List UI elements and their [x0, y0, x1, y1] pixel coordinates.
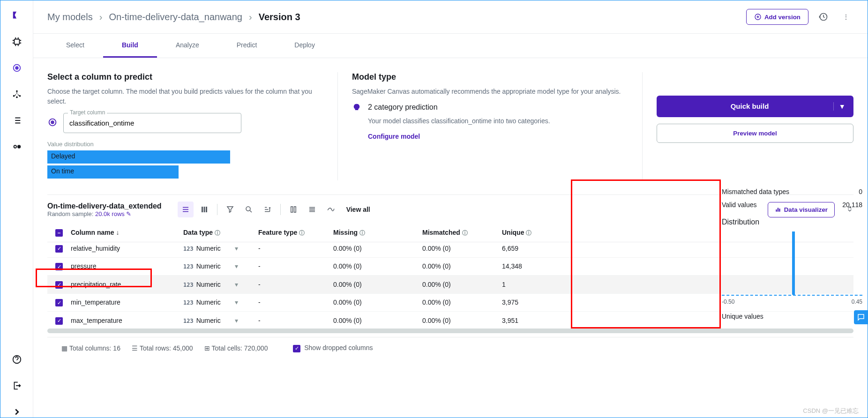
plus-circle-icon	[754, 13, 762, 21]
svg-point-4	[13, 95, 15, 97]
footer: ▦Total columns: 16 ☰Total rows: 45,000 ⊞…	[47, 337, 853, 359]
sidebar	[0, 0, 33, 418]
column-name: relative_humidity	[71, 245, 183, 252]
chevron-right-icon[interactable]	[11, 406, 22, 418]
history-icon[interactable]	[816, 9, 831, 24]
tab-build[interactable]: Build	[103, 34, 157, 58]
column-name: max_temperature	[71, 317, 183, 324]
divider	[642, 72, 643, 180]
add-version-button[interactable]: Add version	[746, 9, 808, 25]
tabs: Select Build Analyze Predict Deploy	[33, 34, 868, 58]
dots-icon[interactable]	[11, 141, 22, 152]
columns-icon: ▦	[61, 344, 67, 352]
tab-deploy[interactable]: Deploy	[276, 34, 334, 58]
sample-value[interactable]: 20.0k rows	[95, 210, 125, 217]
tab-analyze[interactable]: Analyze	[157, 34, 218, 58]
svg-point-7	[14, 145, 16, 148]
filter-icon[interactable]	[222, 202, 238, 217]
chevron-right-icon: ›	[99, 12, 103, 22]
search-icon[interactable]	[241, 202, 257, 217]
caret-down-icon[interactable]: ▾	[235, 262, 238, 270]
sample-label: Random sample:	[47, 210, 93, 217]
value-dist-label: Value distribution	[47, 141, 323, 148]
action-panel: Quick build ▾ Preview model	[657, 72, 853, 180]
show-dropped-checkbox[interactable]	[293, 345, 300, 352]
svg-point-17	[246, 207, 250, 211]
info-icon[interactable]: ⓘ	[215, 230, 220, 236]
distribution-title: Distribution	[722, 218, 862, 226]
menu-icon[interactable]: ⋮	[838, 9, 853, 24]
logo-icon[interactable]	[11, 10, 22, 21]
row-checkbox[interactable]	[55, 299, 63, 306]
grid-view-icon[interactable]	[196, 202, 212, 217]
model-type-panel: Model type SageMaker Canvas automaticall…	[352, 72, 628, 180]
info-icon[interactable]: ⓘ	[462, 230, 468, 236]
chip-icon[interactable]	[11, 36, 22, 47]
distribution-chart	[722, 230, 862, 296]
svg-rect-18	[291, 207, 292, 212]
target-icon[interactable]	[11, 62, 22, 74]
tab-select[interactable]: Select	[47, 34, 103, 58]
cells-icon: ⊞	[204, 344, 210, 352]
caret-down-icon[interactable]: ▾	[235, 245, 238, 252]
target-column-input[interactable]	[63, 113, 241, 133]
predict-title: Select a column to predict	[47, 72, 323, 82]
svg-point-5	[19, 95, 21, 97]
svg-point-13	[52, 122, 53, 123]
preview-model-button[interactable]: Preview model	[657, 124, 853, 143]
divider	[337, 72, 338, 180]
sort-icon[interactable]	[260, 202, 276, 217]
horizontal-scrollbar[interactable]	[47, 328, 853, 333]
breadcrumb-version: Version 3	[259, 12, 300, 22]
columns-icon[interactable]	[285, 202, 301, 217]
svg-point-3	[16, 90, 18, 92]
graph-icon[interactable]	[11, 89, 22, 100]
dist-bar-delayed: Delayed	[47, 150, 230, 164]
row-checkbox[interactable]	[55, 245, 63, 253]
rows-icon: ☰	[132, 344, 138, 352]
header: My models › On-time-delivery-data_nanwan…	[33, 0, 868, 34]
chevron-right-icon: ›	[249, 12, 252, 22]
caret-down-icon[interactable]: ▾	[235, 281, 238, 288]
row-checkbox[interactable]	[55, 281, 63, 289]
help-icon[interactable]	[11, 354, 22, 365]
breadcrumb-root[interactable]: My models	[47, 12, 93, 22]
list-icon[interactable]	[11, 115, 22, 126]
breadcrumb-model[interactable]: On-time-delivery-data_nanwang	[109, 12, 242, 22]
column-name: pressure	[71, 262, 183, 270]
quick-build-button[interactable]: Quick build ▾	[657, 96, 853, 117]
logout-icon[interactable]	[11, 380, 22, 391]
dataset-name: On-time-delivery-data_extended	[47, 202, 162, 210]
chat-icon[interactable]	[854, 310, 868, 324]
svg-point-8	[17, 145, 20, 148]
list-view-icon[interactable]	[178, 202, 194, 217]
info-icon[interactable]: ⓘ	[526, 230, 531, 236]
row-checkbox[interactable]	[55, 317, 63, 325]
select-all-checkbox[interactable]	[55, 229, 63, 237]
info-icon[interactable]: ⓘ	[299, 230, 305, 236]
svg-rect-16	[206, 207, 207, 212]
view-all-link[interactable]: View all	[346, 206, 370, 213]
caret-down-icon[interactable]: ▾	[235, 299, 238, 306]
caret-down-icon[interactable]: ▾	[235, 317, 238, 324]
svg-rect-14	[202, 207, 203, 212]
column-name: precipitation_rate	[71, 281, 183, 288]
svg-rect-19	[294, 207, 296, 212]
details-panel: Mismatched data types0 Valid values20,11…	[722, 185, 862, 323]
prediction-desc: Your model classifies classification_ont…	[368, 116, 550, 126]
predict-desc: Choose the target column. The model that…	[47, 87, 323, 106]
breadcrumb: My models › On-time-delivery-data_nanwan…	[47, 12, 300, 22]
caret-down-icon[interactable]: ▾	[833, 102, 844, 111]
trend-icon[interactable]	[323, 202, 339, 217]
edit-icon[interactable]: ✎	[126, 210, 131, 217]
lightbulb-icon	[352, 103, 361, 114]
info-icon[interactable]: ⓘ	[359, 230, 365, 236]
tab-predict[interactable]: Predict	[218, 34, 276, 58]
svg-point-2	[15, 67, 18, 69]
sort-down-icon[interactable]: ↓	[116, 229, 120, 236]
target-label: Target column	[68, 109, 107, 116]
target-icon	[47, 117, 58, 129]
configure-model-link[interactable]: Configure model	[368, 133, 628, 140]
row-checkbox[interactable]	[55, 263, 63, 270]
rows-icon[interactable]	[304, 202, 320, 217]
